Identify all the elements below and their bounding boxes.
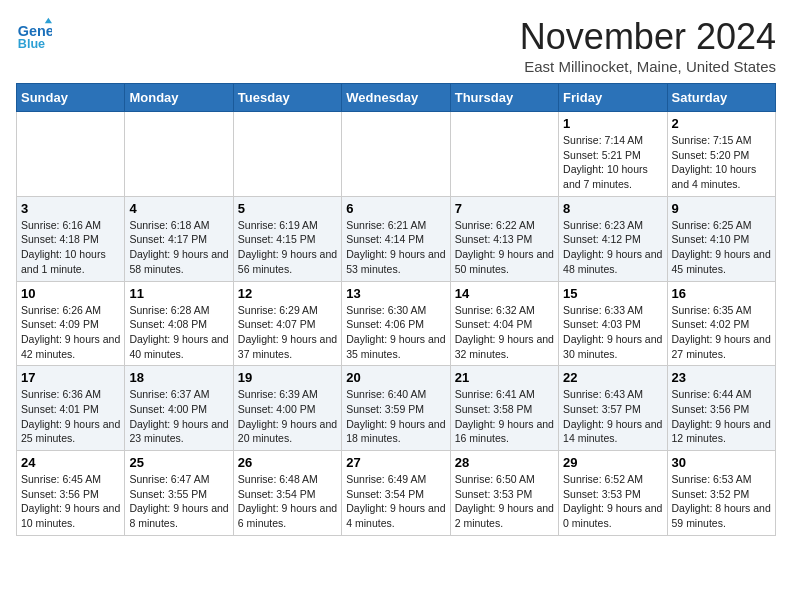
day-number: 16 xyxy=(672,286,771,301)
day-number: 14 xyxy=(455,286,554,301)
day-number: 15 xyxy=(563,286,662,301)
day-info: Sunrise: 6:30 AM Sunset: 4:06 PM Dayligh… xyxy=(346,303,445,362)
day-info: Sunrise: 6:48 AM Sunset: 3:54 PM Dayligh… xyxy=(238,472,337,531)
day-info: Sunrise: 7:14 AM Sunset: 5:21 PM Dayligh… xyxy=(563,133,662,192)
calendar-cell: 14Sunrise: 6:32 AM Sunset: 4:04 PM Dayli… xyxy=(450,281,558,366)
day-info: Sunrise: 6:32 AM Sunset: 4:04 PM Dayligh… xyxy=(455,303,554,362)
calendar-week-row: 1Sunrise: 7:14 AM Sunset: 5:21 PM Daylig… xyxy=(17,112,776,197)
calendar-cell: 25Sunrise: 6:47 AM Sunset: 3:55 PM Dayli… xyxy=(125,451,233,536)
title-block: November 2024 East Millinocket, Maine, U… xyxy=(520,16,776,75)
day-number: 18 xyxy=(129,370,228,385)
day-number: 21 xyxy=(455,370,554,385)
day-info: Sunrise: 6:25 AM Sunset: 4:10 PM Dayligh… xyxy=(672,218,771,277)
calendar-cell: 30Sunrise: 6:53 AM Sunset: 3:52 PM Dayli… xyxy=(667,451,775,536)
day-info: Sunrise: 6:43 AM Sunset: 3:57 PM Dayligh… xyxy=(563,387,662,446)
calendar-cell: 2Sunrise: 7:15 AM Sunset: 5:20 PM Daylig… xyxy=(667,112,775,197)
day-number: 8 xyxy=(563,201,662,216)
calendar-week-row: 17Sunrise: 6:36 AM Sunset: 4:01 PM Dayli… xyxy=(17,366,776,451)
day-number: 12 xyxy=(238,286,337,301)
day-number: 2 xyxy=(672,116,771,131)
day-number: 30 xyxy=(672,455,771,470)
day-info: Sunrise: 6:40 AM Sunset: 3:59 PM Dayligh… xyxy=(346,387,445,446)
day-info: Sunrise: 6:35 AM Sunset: 4:02 PM Dayligh… xyxy=(672,303,771,362)
day-info: Sunrise: 7:15 AM Sunset: 5:20 PM Dayligh… xyxy=(672,133,771,192)
calendar-cell: 27Sunrise: 6:49 AM Sunset: 3:54 PM Dayli… xyxy=(342,451,450,536)
calendar-cell: 4Sunrise: 6:18 AM Sunset: 4:17 PM Daylig… xyxy=(125,196,233,281)
day-info: Sunrise: 6:49 AM Sunset: 3:54 PM Dayligh… xyxy=(346,472,445,531)
calendar-cell xyxy=(450,112,558,197)
calendar-day-header: Wednesday xyxy=(342,84,450,112)
calendar-cell: 13Sunrise: 6:30 AM Sunset: 4:06 PM Dayli… xyxy=(342,281,450,366)
day-info: Sunrise: 6:21 AM Sunset: 4:14 PM Dayligh… xyxy=(346,218,445,277)
day-number: 25 xyxy=(129,455,228,470)
logo: General Blue xyxy=(16,16,52,52)
calendar-cell: 3Sunrise: 6:16 AM Sunset: 4:18 PM Daylig… xyxy=(17,196,125,281)
svg-text:Blue: Blue xyxy=(18,37,45,51)
logo-icon: General Blue xyxy=(16,16,52,52)
calendar-table: SundayMondayTuesdayWednesdayThursdayFrid… xyxy=(16,83,776,536)
calendar-day-header: Friday xyxy=(559,84,667,112)
day-number: 26 xyxy=(238,455,337,470)
day-info: Sunrise: 6:22 AM Sunset: 4:13 PM Dayligh… xyxy=(455,218,554,277)
calendar-cell xyxy=(233,112,341,197)
day-number: 17 xyxy=(21,370,120,385)
calendar-cell: 29Sunrise: 6:52 AM Sunset: 3:53 PM Dayli… xyxy=(559,451,667,536)
day-info: Sunrise: 6:47 AM Sunset: 3:55 PM Dayligh… xyxy=(129,472,228,531)
calendar-day-header: Sunday xyxy=(17,84,125,112)
day-info: Sunrise: 6:28 AM Sunset: 4:08 PM Dayligh… xyxy=(129,303,228,362)
svg-marker-2 xyxy=(45,18,52,23)
day-info: Sunrise: 6:26 AM Sunset: 4:09 PM Dayligh… xyxy=(21,303,120,362)
calendar-cell: 24Sunrise: 6:45 AM Sunset: 3:56 PM Dayli… xyxy=(17,451,125,536)
calendar-cell: 12Sunrise: 6:29 AM Sunset: 4:07 PM Dayli… xyxy=(233,281,341,366)
calendar-cell: 15Sunrise: 6:33 AM Sunset: 4:03 PM Dayli… xyxy=(559,281,667,366)
day-number: 22 xyxy=(563,370,662,385)
day-info: Sunrise: 6:45 AM Sunset: 3:56 PM Dayligh… xyxy=(21,472,120,531)
calendar-cell: 17Sunrise: 6:36 AM Sunset: 4:01 PM Dayli… xyxy=(17,366,125,451)
calendar-day-header: Saturday xyxy=(667,84,775,112)
day-info: Sunrise: 6:23 AM Sunset: 4:12 PM Dayligh… xyxy=(563,218,662,277)
calendar-cell xyxy=(17,112,125,197)
calendar-cell: 20Sunrise: 6:40 AM Sunset: 3:59 PM Dayli… xyxy=(342,366,450,451)
calendar-cell: 16Sunrise: 6:35 AM Sunset: 4:02 PM Dayli… xyxy=(667,281,775,366)
calendar-cell: 19Sunrise: 6:39 AM Sunset: 4:00 PM Dayli… xyxy=(233,366,341,451)
day-info: Sunrise: 6:41 AM Sunset: 3:58 PM Dayligh… xyxy=(455,387,554,446)
day-info: Sunrise: 6:52 AM Sunset: 3:53 PM Dayligh… xyxy=(563,472,662,531)
calendar-header-row: SundayMondayTuesdayWednesdayThursdayFrid… xyxy=(17,84,776,112)
day-number: 1 xyxy=(563,116,662,131)
calendar-day-header: Monday xyxy=(125,84,233,112)
day-number: 10 xyxy=(21,286,120,301)
day-number: 13 xyxy=(346,286,445,301)
page-header: General Blue November 2024 East Millinoc… xyxy=(16,16,776,75)
calendar-cell: 7Sunrise: 6:22 AM Sunset: 4:13 PM Daylig… xyxy=(450,196,558,281)
day-info: Sunrise: 6:50 AM Sunset: 3:53 PM Dayligh… xyxy=(455,472,554,531)
day-info: Sunrise: 6:39 AM Sunset: 4:00 PM Dayligh… xyxy=(238,387,337,446)
day-info: Sunrise: 6:19 AM Sunset: 4:15 PM Dayligh… xyxy=(238,218,337,277)
day-number: 9 xyxy=(672,201,771,216)
calendar-cell: 18Sunrise: 6:37 AM Sunset: 4:00 PM Dayli… xyxy=(125,366,233,451)
day-number: 29 xyxy=(563,455,662,470)
calendar-cell: 10Sunrise: 6:26 AM Sunset: 4:09 PM Dayli… xyxy=(17,281,125,366)
day-number: 7 xyxy=(455,201,554,216)
calendar-cell: 8Sunrise: 6:23 AM Sunset: 4:12 PM Daylig… xyxy=(559,196,667,281)
calendar-cell: 6Sunrise: 6:21 AM Sunset: 4:14 PM Daylig… xyxy=(342,196,450,281)
calendar-cell xyxy=(125,112,233,197)
day-info: Sunrise: 6:37 AM Sunset: 4:00 PM Dayligh… xyxy=(129,387,228,446)
month-title: November 2024 xyxy=(520,16,776,58)
calendar-day-header: Thursday xyxy=(450,84,558,112)
calendar-cell: 9Sunrise: 6:25 AM Sunset: 4:10 PM Daylig… xyxy=(667,196,775,281)
day-number: 6 xyxy=(346,201,445,216)
day-info: Sunrise: 6:33 AM Sunset: 4:03 PM Dayligh… xyxy=(563,303,662,362)
day-number: 20 xyxy=(346,370,445,385)
day-number: 5 xyxy=(238,201,337,216)
calendar-cell: 23Sunrise: 6:44 AM Sunset: 3:56 PM Dayli… xyxy=(667,366,775,451)
calendar-week-row: 3Sunrise: 6:16 AM Sunset: 4:18 PM Daylig… xyxy=(17,196,776,281)
day-number: 27 xyxy=(346,455,445,470)
day-number: 28 xyxy=(455,455,554,470)
day-info: Sunrise: 6:29 AM Sunset: 4:07 PM Dayligh… xyxy=(238,303,337,362)
location: East Millinocket, Maine, United States xyxy=(520,58,776,75)
calendar-cell: 22Sunrise: 6:43 AM Sunset: 3:57 PM Dayli… xyxy=(559,366,667,451)
calendar-week-row: 24Sunrise: 6:45 AM Sunset: 3:56 PM Dayli… xyxy=(17,451,776,536)
day-number: 11 xyxy=(129,286,228,301)
calendar-cell: 11Sunrise: 6:28 AM Sunset: 4:08 PM Dayli… xyxy=(125,281,233,366)
day-number: 23 xyxy=(672,370,771,385)
